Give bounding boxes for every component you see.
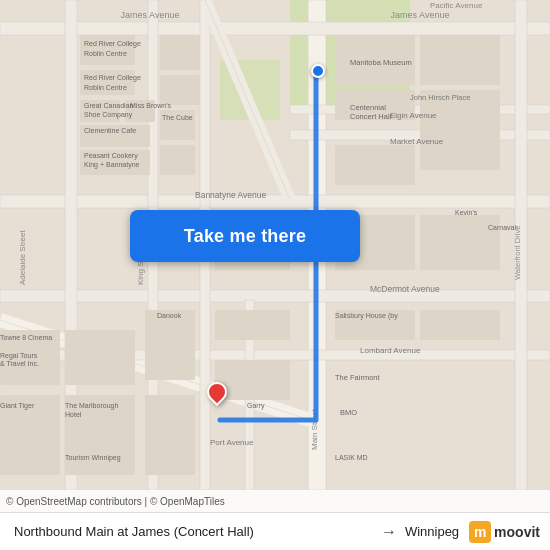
svg-text:LASIK MD: LASIK MD <box>335 454 368 461</box>
svg-text:Roblin Centre: Roblin Centre <box>84 50 127 57</box>
svg-rect-25 <box>160 35 200 70</box>
moovit-logo: m moovit <box>469 521 540 543</box>
destination-marker <box>207 382 227 402</box>
svg-text:Roblin Centre: Roblin Centre <box>84 84 127 91</box>
svg-text:The Marlborough: The Marlborough <box>65 402 118 410</box>
svg-rect-8 <box>0 290 550 302</box>
svg-text:Lombard Avenue: Lombard Avenue <box>360 346 421 355</box>
svg-text:Market Avenue: Market Avenue <box>390 137 444 146</box>
svg-text:Regal Tours: Regal Tours <box>0 352 38 360</box>
svg-text:Hotel: Hotel <box>65 411 82 418</box>
svg-text:Danook: Danook <box>157 312 182 319</box>
svg-text:BMO: BMO <box>340 408 357 417</box>
svg-text:Giant Tiger: Giant Tiger <box>0 402 35 410</box>
svg-text:McDermot Avenue: McDermot Avenue <box>370 284 440 294</box>
svg-text:Adelaide Street: Adelaide Street <box>18 230 27 285</box>
svg-text:Centennial: Centennial <box>350 103 386 112</box>
svg-text:Elgin Avenue: Elgin Avenue <box>390 111 437 120</box>
svg-text:Concert Hall: Concert Hall <box>350 112 392 121</box>
svg-text:James Avenue: James Avenue <box>391 10 450 20</box>
svg-text:Red River College: Red River College <box>84 40 141 48</box>
svg-text:Red River College: Red River College <box>84 74 141 82</box>
svg-rect-42 <box>145 395 195 475</box>
svg-rect-39 <box>65 330 135 385</box>
moovit-name: moovit <box>494 524 540 540</box>
svg-text:Bannatyne Avenue: Bannatyne Avenue <box>195 190 266 200</box>
svg-rect-45 <box>215 310 290 340</box>
svg-text:Carnaval: Carnaval <box>488 224 516 231</box>
map-container: James Avenue James Avenue Pacific Avenue… <box>0 0 550 490</box>
take-me-there-label: Take me there <box>184 226 306 247</box>
moovit-icon: m <box>469 521 491 543</box>
start-marker <box>311 64 325 78</box>
route-to-label: Winnipeg <box>405 524 459 539</box>
svg-text:& Travel Inc.: & Travel Inc. <box>0 360 39 367</box>
svg-text:Salisbury House (by: Salisbury House (by <box>335 312 398 320</box>
moovit-letter: m <box>474 524 486 540</box>
svg-text:Kevin's: Kevin's <box>455 209 478 216</box>
svg-text:Miss Brown's: Miss Brown's <box>130 102 172 109</box>
svg-text:Tourism Winnipeg: Tourism Winnipeg <box>65 454 121 462</box>
svg-rect-33 <box>420 90 500 170</box>
svg-rect-32 <box>335 145 415 185</box>
svg-rect-43 <box>145 310 195 380</box>
svg-text:John Hirsch Place: John Hirsch Place <box>410 93 470 102</box>
map-attribution: © OpenStreetMap contributors | © OpenMap… <box>0 490 550 512</box>
svg-rect-30 <box>420 35 500 85</box>
svg-text:Garry: Garry <box>247 402 265 410</box>
arrow-icon: → <box>381 523 397 541</box>
svg-text:James Avenue: James Avenue <box>121 10 180 20</box>
svg-text:Shoe Company: Shoe Company <box>84 111 133 119</box>
attribution-text: © OpenStreetMap contributors | © OpenMap… <box>6 496 225 507</box>
svg-text:The Cube: The Cube <box>162 114 193 121</box>
svg-text:Peasant Cookery: Peasant Cookery <box>84 152 138 160</box>
svg-rect-7 <box>0 195 550 208</box>
svg-rect-28 <box>160 145 195 175</box>
svg-text:King + Bannatyne: King + Bannatyne <box>84 161 140 169</box>
svg-text:Manitoba Museum: Manitoba Museum <box>350 58 412 67</box>
svg-text:Port Avenue: Port Avenue <box>210 438 254 447</box>
svg-text:Clementine Cafe: Clementine Cafe <box>84 127 136 134</box>
take-me-there-button[interactable]: Take me there <box>130 210 360 262</box>
bottom-navigation-bar: Northbound Main at James (Concert Hall) … <box>0 512 550 550</box>
svg-text:Waterfront Drive: Waterfront Drive <box>513 226 522 280</box>
svg-rect-26 <box>160 75 200 105</box>
svg-rect-6 <box>0 22 550 35</box>
svg-rect-37 <box>420 310 500 340</box>
svg-text:The Fairmont: The Fairmont <box>335 373 381 382</box>
svg-text:Pacific Avenue: Pacific Avenue <box>430 1 483 10</box>
route-from-label: Northbound Main at James (Concert Hall) <box>14 524 373 539</box>
svg-text:Towne 8 Cinema: Towne 8 Cinema <box>0 334 52 341</box>
svg-text:Great Canadian: Great Canadian <box>84 102 134 109</box>
